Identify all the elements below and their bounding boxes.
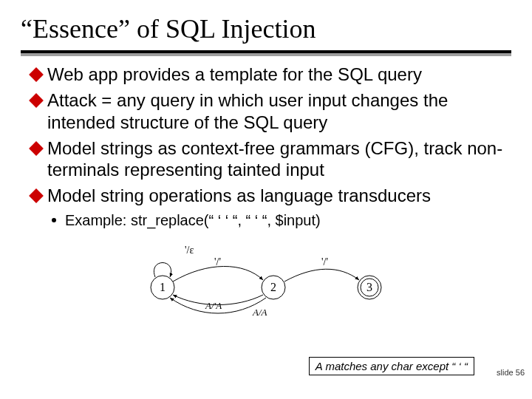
edge-label: '/'	[321, 256, 328, 267]
diagram-caption: A matches any char except “ ‘ “	[309, 357, 474, 375]
state-label: 1	[160, 281, 166, 293]
edge-label: '/ε	[185, 245, 194, 256]
edge-label: A/'A	[205, 300, 222, 311]
slide-title: “Essence” of SQL Injection	[0, 0, 532, 50]
diamond-icon	[29, 188, 44, 203]
diamond-icon	[29, 141, 44, 156]
bullet-item: Model string operations as language tran…	[31, 185, 510, 206]
bullet-item: Web app provides a template for the SQL …	[31, 64, 510, 85]
state-label: 3	[366, 281, 372, 293]
bullet-list: Web app provides a template for the SQL …	[0, 64, 532, 230]
state-label: 2	[270, 281, 276, 293]
bullet-text: Attack = any query in which user input c…	[47, 89, 510, 133]
slide-number: slide 56	[497, 368, 525, 377]
bullet-text: Web app provides a template for the SQL …	[47, 64, 422, 85]
edge-label: '/'	[214, 256, 221, 267]
sub-bullet: Example: str_replace(“ ‘ ‘ “, “ ‘ “, $in…	[52, 211, 510, 230]
dot-icon	[52, 218, 56, 222]
bullet-text: Model string operations as language tran…	[47, 185, 431, 206]
title-underline	[21, 50, 511, 53]
transducer-diagram: 1 2 3 '/ε '/' '/' A/'A A/A	[118, 236, 414, 317]
bullet-item: Attack = any query in which user input c…	[31, 89, 510, 133]
bullet-text: Model strings as context-free grammars (…	[47, 137, 510, 181]
diamond-icon	[29, 93, 44, 108]
slide: “Essence” of SQL Injection Web app provi…	[0, 0, 532, 399]
sub-bullet-text: Example: str_replace(“ ‘ ‘ “, “ ‘ “, $in…	[65, 211, 321, 230]
diamond-icon	[29, 67, 44, 82]
edge-label: A/A	[252, 307, 267, 317]
bullet-item: Model strings as context-free grammars (…	[31, 137, 510, 181]
